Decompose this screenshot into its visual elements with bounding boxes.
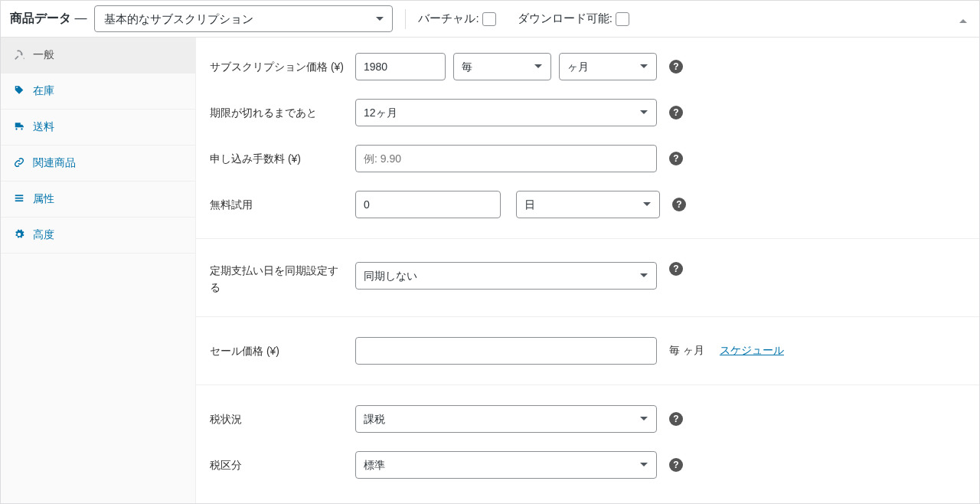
sidebar-item-label: 高度 <box>33 228 54 242</box>
svg-rect-1 <box>15 197 24 198</box>
subscription-price-label: サブスクリプション価格 (¥) <box>210 58 348 75</box>
row-free-trial: 無料試用 日 ? <box>196 182 979 227</box>
sidebar-item-attributes[interactable]: 属性 <box>1 182 195 218</box>
divider <box>196 316 979 317</box>
product-type-select-wrap: 基本的なサブスクリプション <box>94 5 393 32</box>
row-tax-status: 税状況 課税 ? <box>196 396 979 442</box>
schedule-link[interactable]: スケジュール <box>720 344 784 358</box>
panel-body: 一般 在庫 送料 関連商品 <box>1 38 979 503</box>
sidebar-item-linked[interactable]: 関連商品 <box>1 146 195 182</box>
wrench-icon <box>13 49 25 62</box>
svg-rect-2 <box>15 200 24 201</box>
free-trial-label: 無料試用 <box>210 196 348 213</box>
help-icon[interactable]: ? <box>669 412 683 426</box>
sidebar-item-inventory[interactable]: 在庫 <box>1 74 195 110</box>
sidebar-item-shipping[interactable]: 送料 <box>1 110 195 146</box>
expire-select[interactable]: 12ヶ月 <box>355 99 657 126</box>
divider <box>196 385 979 385</box>
expire-label: 期限が切れるまであと <box>210 104 348 121</box>
signup-fee-input[interactable] <box>355 145 657 172</box>
row-subscription-price: サブスクリプション価格 (¥) 毎 ヶ月 ? <box>196 44 979 90</box>
sync-renewal-label: 定期支払い日を同期設定する <box>210 262 348 296</box>
sale-price-label: セール価格 (¥) <box>210 342 348 359</box>
help-icon[interactable]: ? <box>672 198 686 211</box>
row-sale-price: セール価格 (¥) 毎 ヶ月 スケジュール <box>196 328 979 374</box>
row-tax-class: 税区分 標準 ? <box>196 442 979 488</box>
help-icon[interactable]: ? <box>669 60 683 74</box>
sidebar-item-label: 在庫 <box>33 84 54 98</box>
row-sync-renewal: 定期支払い日を同期設定する 同期しない ? <box>196 250 979 306</box>
downloadable-checkbox[interactable] <box>616 12 629 26</box>
list-icon <box>13 193 25 206</box>
product-type-select[interactable]: 基本的なサブスクリプション <box>94 5 393 32</box>
sale-price-suffix: 毎 ヶ月 <box>669 344 704 358</box>
virtual-checkbox-wrap[interactable]: バーチャル: <box>418 11 495 26</box>
header-divider <box>405 9 406 29</box>
sync-renewal-select[interactable]: 同期しない <box>355 262 657 290</box>
free-trial-input[interactable] <box>355 191 501 218</box>
free-trial-unit-select[interactable]: 日 <box>516 191 660 218</box>
product-data-panel: 商品データ — 基本的なサブスクリプション バーチャル: ダウンロード可能: 一… <box>0 0 980 504</box>
sidebar-item-label: 属性 <box>33 192 54 206</box>
sidebar-item-label: 一般 <box>33 48 54 62</box>
truck-icon <box>13 121 25 134</box>
subscription-period-select[interactable]: ヶ月 <box>559 53 657 80</box>
virtual-label: バーチャル: <box>418 11 479 26</box>
help-icon[interactable]: ? <box>669 458 683 472</box>
sidebar: 一般 在庫 送料 関連商品 <box>1 38 196 503</box>
tax-status-label: 税状況 <box>210 411 348 427</box>
sidebar-item-advanced[interactable]: 高度 <box>1 218 195 254</box>
collapse-toggle-icon[interactable] <box>959 15 967 23</box>
subscription-interval-select[interactable]: 毎 <box>453 53 551 80</box>
subscription-price-input[interactable] <box>355 53 446 80</box>
tax-class-label: 税区分 <box>210 457 348 473</box>
tag-icon <box>13 85 25 98</box>
virtual-checkbox[interactable] <box>482 12 496 26</box>
row-expire: 期限が切れるまであと 12ヶ月 ? <box>196 90 979 136</box>
help-icon[interactable]: ? <box>669 262 683 276</box>
tax-class-select[interactable]: 標準 <box>355 451 657 479</box>
help-icon[interactable]: ? <box>669 106 683 119</box>
sidebar-item-general[interactable]: 一般 <box>1 38 195 74</box>
sale-price-input[interactable] <box>355 337 657 365</box>
link-icon <box>13 157 25 170</box>
signup-fee-label: 申し込み手数料 (¥) <box>210 150 348 167</box>
divider <box>196 238 979 239</box>
panel-title: 商品データ — <box>10 11 87 27</box>
sidebar-item-label: 関連商品 <box>33 156 76 170</box>
sidebar-item-label: 送料 <box>33 120 54 134</box>
downloadable-checkbox-wrap[interactable]: ダウンロード可能: <box>518 11 629 26</box>
panel-header: 商品データ — 基本的なサブスクリプション バーチャル: ダウンロード可能: <box>1 1 979 38</box>
row-signup-fee: 申し込み手数料 (¥) ? <box>196 136 979 182</box>
content: サブスクリプション価格 (¥) 毎 ヶ月 ? 期限が切れるまであと 12ヶ月 ?… <box>196 38 979 503</box>
help-icon[interactable]: ? <box>669 152 683 165</box>
gear-icon <box>13 229 25 242</box>
svg-rect-0 <box>15 195 24 196</box>
downloadable-label: ダウンロード可能: <box>518 11 612 26</box>
tax-status-select[interactable]: 課税 <box>355 405 657 433</box>
